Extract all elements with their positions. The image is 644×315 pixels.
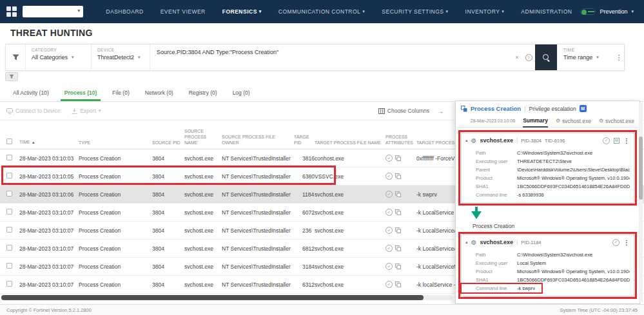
nav-item[interactable]: SECURITY SETTINGS ▾ [373,0,456,23]
certificate-check-icon[interactable]: ✓ [385,227,393,234]
certificate-check-icon[interactable]: ✓ [385,173,393,180]
row-target-process-file-name: svchost.exe [315,245,385,252]
nav-item-label: EVENT VIEWER [161,0,206,23]
vertical-scrollbar-thumb[interactable] [639,137,643,200]
app-launcher-icon[interactable] [6,6,17,17]
device-dropdown[interactable]: DEVICE ThreatDetect2▾ [91,44,150,70]
panel-tab[interactable]: ⚙ svchost.exe [599,115,634,128]
search-icon [542,53,550,61]
attributes-detail-icon[interactable] [395,209,401,215]
nav-item-label: INVENTORY [465,0,500,23]
row-checkbox[interactable] [6,173,12,178]
attributes-detail-icon[interactable] [395,227,401,233]
filter-more-options-icon[interactable]: ⋮ [614,44,624,70]
process-name: svchost.exe [480,137,513,144]
col-header-target-pid[interactable]: TARGE PID [294,134,315,146]
advanced-filter-toggle[interactable] [5,72,18,81]
collapse-card-icon[interactable]: ▴ [465,240,468,245]
row-checkbox[interactable] [6,263,12,269]
col-header-source-process-file-owner[interactable]: SOURCE PROCESS FILE OWNER [222,134,294,146]
horizontal-scrollbar-thumb[interactable] [1,295,424,300]
mode-toggle[interactable] [580,8,596,15]
nav-item[interactable]: EVENT VIEWER ▾ [152,0,214,23]
nav-item[interactable]: COMMUNICATION CONTROL ▾ [270,0,373,23]
verified-check-icon[interactable]: ✓ [612,239,620,246]
chevron-down-icon: ▾ [99,108,101,113]
col-header-process-attributes[interactable]: PROCESS ATTRIBUTES [385,134,416,146]
certificate-check-icon[interactable]: ✓ [385,155,393,162]
attributes-detail-icon[interactable] [395,263,401,269]
certificate-check-icon[interactable]: ✓ [385,209,393,216]
clear-query-icon[interactable]: × [512,44,522,70]
filter-funnel-icon[interactable] [6,44,25,70]
row-checkbox[interactable] [6,191,12,196]
col-header-source-pid[interactable]: SOURCE PID [152,140,184,146]
detail-field: Product Microsoft® Windows® Operating Sy… [462,174,634,182]
row-source-pid: 3804 [152,191,184,198]
org-selector-dropdown[interactable]: ▾ [23,6,83,17]
col-header-source-process-name[interactable]: SOURCE PROCESS NAME [184,128,222,146]
certificate-check-icon[interactable]: ✓ [385,263,393,270]
verified-check-icon[interactable]: ✓ [603,137,610,144]
card-more-options-icon[interactable]: ⋮ [623,137,630,144]
panel-tab[interactable]: ⚙ svchost.exe [556,115,591,128]
row-checkbox[interactable] [6,227,12,233]
attributes-detail-icon[interactable] [395,282,401,287]
attributes-detail-icon[interactable] [395,245,401,251]
result-tab[interactable]: Log (0) [225,85,258,101]
choose-columns-button[interactable]: Choose Columns [378,108,429,114]
attributes-detail-icon[interactable] [395,155,401,161]
certificate-check-icon[interactable]: ✓ [385,245,393,252]
col-header-target-process-file-name[interactable]: TARGET PROCESS FILE NAME [315,140,385,146]
result-tab-label: All Activity (10) [13,90,49,96]
field-value: C:\Windows\System32\svchost.exe [517,252,592,258]
chevron-down-icon: ▾ [502,0,504,23]
col-header-time[interactable]: TIME▲ [19,139,79,146]
attributes-detail-icon[interactable] [395,191,401,197]
export-label: Export [80,108,96,114]
nav-item[interactable]: DASHBOARD ▾ [97,0,151,23]
category-dropdown[interactable]: CATEGORY All Categories▾ [25,44,91,70]
result-tab[interactable]: File (0) [104,85,137,101]
result-tab[interactable]: All Activity (10) [5,85,57,101]
row-type: Process Creation [79,282,152,288]
row-type: Process Creation [79,209,152,216]
field-value: -k swprv [517,285,535,291]
nav-item[interactable]: INVENTORY ▾ [457,0,513,23]
certificate-check-icon[interactable]: ✓ [385,281,393,288]
export-button[interactable]: Export ▾ [72,108,101,114]
nav-item[interactable]: FORENSICS ▾ [214,0,270,23]
connect-to-device-button[interactable]: Connect to Device [6,108,60,114]
time-range-dropdown[interactable]: TIME Time range▾ [557,44,614,70]
result-tab[interactable]: Network (0) [137,85,181,101]
collapse-card-icon[interactable]: ▴ [465,138,468,143]
result-tab[interactable]: Registry (0) [181,85,225,101]
col-header-type[interactable]: TYPE [79,140,152,146]
certificate-check-icon[interactable]: ✓ [385,191,393,198]
detail-field: SHA1 1BC5066DDF693FC034D6514618854E26A84… [462,182,634,191]
row-checkbox[interactable] [6,245,12,251]
nav-item[interactable]: ADMINISTRATION ▾ [512,0,580,23]
classification-label: Privilege escalation [529,106,576,112]
row-checkbox[interactable] [6,209,12,215]
row-checkbox[interactable] [6,281,12,287]
card-more-options-icon[interactable]: ⋮ [623,239,630,246]
row-checkbox[interactable] [6,155,12,160]
select-all-checkbox[interactable] [6,138,12,144]
row-source-pid: 3804 [152,155,184,162]
field-value: 1BC5066DDF693FC034D6514618854E26A84FD0D1 [517,184,630,189]
process-actions-icon[interactable] [614,138,620,144]
device-label: DEVICE [97,48,144,52]
attributes-detail-icon[interactable] [395,173,401,179]
panel-tab[interactable]: ⚙ Summary [523,115,548,128]
row-target-pid: 1184 [294,191,315,198]
query-help-icon[interactable]: ? [522,44,535,70]
mode-selector[interactable]: Prevention [600,8,627,15]
query-input[interactable]: Source.PID:3804 AND Type:"Process Creati… [150,44,512,70]
collapse-panel-arrow-icon[interactable]: → [437,108,444,115]
result-tab[interactable]: Process (10) [57,85,105,101]
process-name: svchost.exe [480,239,513,245]
field-label: Command line [476,192,517,198]
search-button[interactable] [535,44,557,70]
result-tab-label: File (0) [112,90,129,96]
